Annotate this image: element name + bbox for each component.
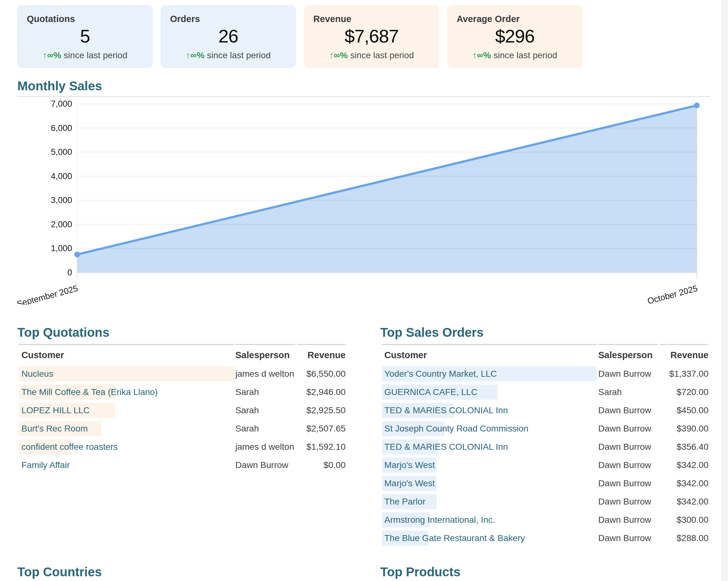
stat-card-change-suffix: since last period [204, 50, 270, 60]
customer-link[interactable]: Family Affair [19, 460, 70, 470]
customer-link[interactable]: Marjo's West [382, 460, 435, 470]
revenue-cell: $1,337.00 [660, 365, 708, 383]
stat-cards-row: Quotations 5 ↑∞% since last period Order… [17, 5, 710, 68]
salesperson-cell: Dawn Burrow [598, 474, 658, 493]
top-quotations-section: Top Quotations Customer Salesperson Reve… [17, 325, 347, 547]
stat-card-change: ↑∞% since last period [313, 50, 430, 60]
customer-link[interactable]: LOPEZ HILL LLC [19, 405, 90, 416]
stat-card-revenue[interactable]: Revenue $7,687 ↑∞% since last period [304, 5, 439, 68]
table-row: Family Affair Dawn Burrow $0.00 [19, 456, 346, 474]
salesperson-cell: Sarah [598, 383, 658, 401]
customer-cell: confident coffee roasters [19, 438, 234, 456]
stat-card-value: $7,687 [313, 27, 430, 46]
customer-link[interactable]: Marjo's West [382, 478, 435, 488]
chart-point[interactable] [74, 252, 80, 258]
scrollbar[interactable] [721, 0, 728, 581]
table-row: Yoder's Country Market, LLC Dawn Burrow … [382, 365, 709, 383]
top-countries-section: Top Countries [17, 565, 347, 581]
chart-point[interactable] [694, 103, 700, 108]
stat-card-value: 5 [27, 27, 143, 46]
revenue-cell: $300.00 [660, 511, 708, 529]
monthly-sales-title: Monthly Sales [17, 79, 710, 93]
revenue-cell: $2,946.00 [297, 383, 346, 401]
y-axis-tick-label: 2,000 [51, 220, 72, 229]
revenue-cell: $6,550.00 [297, 365, 346, 383]
customer-link[interactable]: Yoder's Country Market, LLC [382, 369, 497, 379]
customer-link[interactable]: The Blue Gate Restaurant & Bakery [382, 533, 525, 543]
y-axis-tick-label: 5,000 [51, 147, 72, 157]
customer-cell: Marjo's West [382, 474, 597, 493]
trend-up-indicator: ↑∞% [473, 50, 491, 60]
stat-card-change: ↑∞% since last period [170, 50, 287, 60]
customer-link[interactable]: TED & MARIES COLONIAL Inn [382, 442, 508, 452]
customer-cell: The Mill Coffee & Tea (Erika Llano) [19, 383, 234, 401]
bottom-sections-row: Top Countries Top Products [17, 565, 710, 581]
salesperson-cell: Dawn Burrow [598, 420, 658, 438]
customer-link[interactable]: TED & MARIES COLONIAL Inn [382, 405, 508, 416]
trend-up-indicator: ↑∞% [43, 50, 61, 60]
customer-cell: The Blue Gate Restaurant & Bakery [382, 529, 597, 547]
revenue-cell: $2,925.50 [297, 401, 346, 420]
customer-cell: Family Affair [19, 456, 234, 474]
area-fill [77, 105, 697, 272]
stat-card-orders[interactable]: Orders 26 ↑∞% since last period [161, 5, 296, 68]
revenue-cell: $720.00 [660, 383, 708, 401]
stat-card-label: Orders [170, 14, 287, 24]
top-countries-title: Top Countries [17, 565, 347, 579]
customer-cell: TED & MARIES COLONIAL Inn [382, 401, 597, 420]
table-row: Marjo's West Dawn Burrow $342.00 [382, 456, 709, 474]
customer-cell: Nucleus [19, 365, 234, 383]
customer-link[interactable]: Nucleus [19, 369, 53, 379]
stat-card-change-suffix: since last period [491, 50, 557, 60]
table-row: Marjo's West Dawn Burrow $342.00 [382, 474, 709, 493]
stat-card-average-order[interactable]: Average Order $296 ↑∞% since last period [447, 5, 582, 68]
stat-card-label: Quotations [27, 14, 143, 24]
salesperson-cell: Dawn Burrow [598, 365, 658, 383]
top-sales-orders-table: Customer Salesperson Revenue Yoder's Cou… [380, 344, 710, 547]
customer-cell: LOPEZ HILL LLC [19, 401, 234, 420]
customer-link[interactable]: The Mill Coffee & Tea (Erika Llano) [19, 387, 158, 397]
stat-card-change: ↑∞% since last period [27, 50, 143, 60]
customer-link[interactable]: GUERNICA CAFE, LLC [382, 387, 478, 397]
customer-link[interactable]: Burt's Rec Room [19, 424, 88, 434]
customer-cell: TED & MARIES COLONIAL Inn [382, 438, 597, 456]
monthly-sales-section: Monthly Sales 01,0002,0003,0004,0005,000… [17, 79, 710, 305]
table-header-row: Customer Salesperson Revenue [19, 344, 346, 365]
customer-cell: Yoder's Country Market, LLC [382, 365, 597, 383]
x-axis-label: October 2025 [646, 284, 699, 305]
customer-link[interactable]: St Joseph County Road Commission [382, 424, 529, 434]
salesperson-cell: Dawn Burrow [598, 401, 658, 420]
revenue-cell: $288.00 [660, 529, 708, 547]
customer-cell: Marjo's West [382, 456, 597, 474]
y-axis-tick-label: 6,000 [51, 123, 72, 133]
table-row: GUERNICA CAFE, LLC Sarah $720.00 [382, 383, 709, 401]
customer-link[interactable]: The Parlor [382, 497, 426, 507]
table-row: confident coffee roasters james d welton… [19, 438, 346, 456]
stat-card-quotations[interactable]: Quotations 5 ↑∞% since last period [17, 5, 153, 68]
column-header-revenue: Revenue [660, 344, 708, 365]
y-axis-tick-label: 7,000 [51, 99, 72, 109]
table-row: TED & MARIES COLONIAL Inn Dawn Burrow $3… [382, 438, 709, 456]
column-header-salesperson: Salesperson [236, 344, 295, 365]
table-row: The Blue Gate Restaurant & Bakery Dawn B… [382, 529, 709, 547]
revenue-cell: $356.40 [660, 438, 708, 456]
salesperson-cell: Sarah [236, 383, 295, 401]
top-products-title: Top Products [380, 565, 710, 579]
y-axis-tick-label: 1,000 [51, 244, 72, 253]
customer-cell: GUERNICA CAFE, LLC [382, 383, 597, 401]
table-row: TED & MARIES COLONIAL Inn Dawn Burrow $4… [382, 401, 709, 420]
table-row: LOPEZ HILL LLC Sarah $2,925.50 [19, 401, 346, 420]
stat-card-value: $296 [457, 27, 573, 46]
revenue-cell: $2,507.65 [297, 420, 346, 438]
customer-link[interactable]: confident coffee roasters [19, 442, 118, 452]
x-axis-label: September 2025 [17, 284, 79, 305]
revenue-cell: $390.00 [660, 420, 708, 438]
tables-row: Top Quotations Customer Salesperson Reve… [17, 325, 710, 547]
customer-link[interactable]: Armstrong International, Inc. [382, 515, 495, 525]
monthly-sales-chart: 01,0002,0003,0004,0005,0006,0007,000Sept… [17, 97, 710, 305]
top-quotations-title: Top Quotations [17, 325, 347, 340]
revenue-cell: $0.00 [297, 456, 346, 474]
table-row: St Joseph County Road Commission Dawn Bu… [382, 420, 709, 438]
column-header-salesperson: Salesperson [598, 344, 658, 365]
customer-cell: Burt's Rec Room [19, 420, 234, 438]
